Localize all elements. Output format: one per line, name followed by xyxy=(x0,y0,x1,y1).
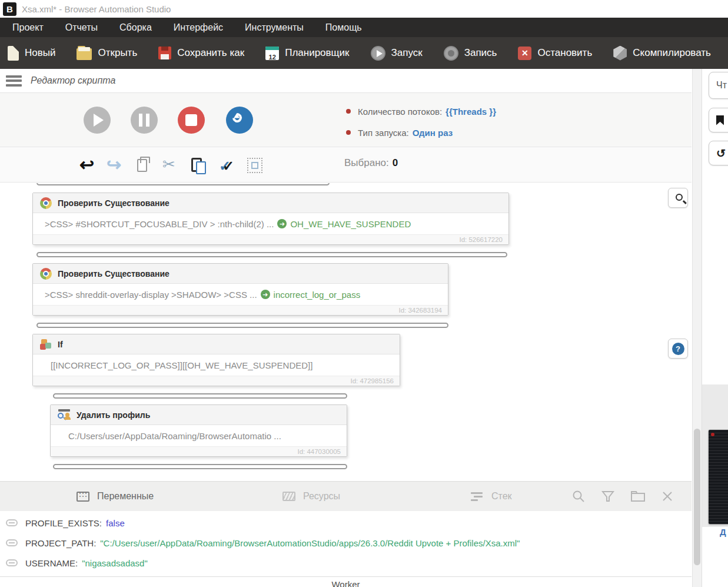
copy-icon[interactable] xyxy=(137,159,147,172)
link-icon xyxy=(6,539,18,546)
menu-interface[interactable]: Интерфейс xyxy=(174,22,223,33)
hamburger-menu-icon[interactable] xyxy=(6,75,22,87)
tab-stack[interactable]: Стек xyxy=(471,482,512,511)
result-arrow-icon: ➜ xyxy=(277,219,287,228)
toolbar-record-label: Запись xyxy=(464,47,497,59)
selected-label: Выбрано: xyxy=(344,157,389,168)
toolbar-open-button[interactable]: Открыть xyxy=(77,46,137,60)
toolbar-run-button[interactable]: Запуск xyxy=(371,46,423,61)
toolbar-new-button[interactable]: Новый xyxy=(8,46,55,61)
toolbar-compile-button[interactable]: Скомпилировать xyxy=(613,46,711,61)
new-file-icon xyxy=(8,46,19,61)
variable-value: "C:/Users/user/AppData/Roaming/BrowserAu… xyxy=(100,538,520,548)
block-connector xyxy=(36,252,507,257)
vertical-scrollbar[interactable] xyxy=(692,69,702,587)
toolbar-open-label: Открыть xyxy=(98,47,137,59)
edit-toolbar: ↩ ↪ ✂ ✓✓ Выбрано:0 xyxy=(0,147,692,183)
toolbar-save-as-button[interactable]: Сохранить как xyxy=(158,47,244,59)
run-type-value[interactable]: Один раз xyxy=(413,128,453,138)
variable-row-profile-exists: PROFILE_EXISTS: false xyxy=(0,513,692,532)
compile-cube-icon xyxy=(613,46,627,61)
block-id: Id: 526617220 xyxy=(33,234,508,244)
scrollbar-thumb[interactable] xyxy=(694,429,700,565)
variable-row-username: USERNAME: "nigasadsadasd" xyxy=(0,553,692,572)
menu-tools[interactable]: Инструменты xyxy=(245,22,304,33)
block-body: >CSS> #SHORTCUT_FOCUSABLE_DIV > :nth-chi… xyxy=(33,213,508,234)
side-button-history[interactable]: ↺ xyxy=(709,141,728,165)
canvas-search-button[interactable] xyxy=(668,188,688,208)
block-id: Id: 447030005 xyxy=(51,446,347,456)
redo-icon[interactable]: ↪ xyxy=(107,156,121,174)
variable-name: PROFILE_EXISTS: xyxy=(25,518,102,528)
delete-profile-icon xyxy=(58,409,71,421)
bullet-icon xyxy=(346,130,351,135)
console-minimap-thumbnail[interactable] xyxy=(709,430,728,524)
block-selector-text: >CSS> #SHORTCUT_FOCUSABLE_DIV > :nth-chi… xyxy=(45,219,274,229)
menu-help[interactable]: Помощь xyxy=(325,22,362,33)
tab-variables[interactable]: Переменные xyxy=(77,482,154,511)
block-body: C:/Users/user/AppData/Roaming/BrowserAut… xyxy=(51,425,347,446)
select-all-check-icon[interactable]: ✓✓ xyxy=(219,158,226,174)
title-bar: B Xsa.xml* - Browser Automation Studio xyxy=(0,0,728,18)
close-icon[interactable] xyxy=(661,490,674,503)
toolbar-stop-button[interactable]: ✕ Остановить xyxy=(518,47,592,60)
menu-build[interactable]: Сборка xyxy=(119,22,152,33)
action-block-check-exists-2[interactable]: Проверить Существование >CSS> shreddit-o… xyxy=(32,263,448,316)
variable-row-project-path: PROJECT_PATH: "C:/Users/user/AppData/Roa… xyxy=(0,533,692,552)
action-block-check-exists-1[interactable]: Проверить Существование >CSS> #SHORTCUT_… xyxy=(32,193,509,245)
editor-title: Редактор скрипта xyxy=(31,75,115,86)
action-block-if[interactable]: If [[INCORRECT_LOG_OR_PASS]][[OH_WE_HAVE… xyxy=(32,334,400,386)
undo-icon[interactable]: ↩ xyxy=(79,156,94,174)
script-canvas[interactable]: Проверить Существование >CSS> #SHORTCUT_… xyxy=(0,183,692,481)
block-header: Проверить Существование xyxy=(33,193,508,213)
folder-icon[interactable] xyxy=(630,490,646,503)
menu-reports[interactable]: Отчеты xyxy=(65,22,98,33)
scheduler-calendar-icon: 12 xyxy=(265,47,279,60)
result-arrow-icon: ➜ xyxy=(261,290,270,299)
threads-label: Количество потоков: xyxy=(358,107,442,117)
restart-icon xyxy=(231,111,244,125)
run-control-panel: Количество потоков: {{Threads }} Тип зап… xyxy=(0,93,692,147)
tab-resources[interactable]: Ресурсы xyxy=(282,482,340,511)
history-icon: ↺ xyxy=(716,147,726,160)
filter-icon[interactable] xyxy=(601,489,615,503)
play-button[interactable] xyxy=(84,107,111,134)
block-title: Проверить Существование xyxy=(58,269,169,278)
open-folder-icon xyxy=(77,48,92,60)
stack-icon xyxy=(471,492,484,501)
tab-resources-label: Ресурсы xyxy=(303,491,340,502)
toolbar-stop-label: Остановить xyxy=(537,47,592,59)
side-button-bookmark[interactable] xyxy=(709,108,728,132)
block-connector xyxy=(36,323,448,328)
tab-stack-label: Стек xyxy=(491,491,512,502)
variable-name: USERNAME: xyxy=(25,558,78,568)
restart-button[interactable] xyxy=(226,107,253,134)
chrome-icon xyxy=(40,197,52,209)
pause-button[interactable] xyxy=(131,107,158,134)
search-icon[interactable] xyxy=(571,489,586,503)
run-icon xyxy=(371,46,385,61)
run-type-info-row: Тип запуска: Один раз xyxy=(346,122,496,143)
block-connector xyxy=(53,393,347,399)
cut-scissors-icon[interactable]: ✂ xyxy=(162,155,175,174)
toolbar-scheduler-button[interactable]: 12 Планировщик xyxy=(265,47,349,60)
side-button-text[interactable]: Чт xyxy=(709,72,728,99)
block-title: If xyxy=(58,340,63,349)
block-id: Id: 342683194 xyxy=(33,305,448,315)
if-puzzle-icon xyxy=(40,339,52,350)
side-link[interactable]: Д xyxy=(720,527,726,537)
selected-count-value: 0 xyxy=(393,157,398,168)
app-logo-icon: B xyxy=(3,2,16,16)
threads-value[interactable]: {{Threads }} xyxy=(446,107,496,117)
selection-box-icon[interactable] xyxy=(247,158,262,173)
stop-script-button[interactable] xyxy=(178,107,205,134)
paste-icon[interactable] xyxy=(191,158,202,172)
bullet-icon xyxy=(346,109,351,114)
block-connector xyxy=(53,464,347,469)
canvas-help-button[interactable]: ? xyxy=(668,339,688,359)
help-icon: ? xyxy=(672,343,684,355)
action-block-delete-profile[interactable]: Удалить профиль C:/Users/user/AppData/Ro… xyxy=(50,404,347,457)
menu-project[interactable]: Проект xyxy=(12,22,44,33)
block-body: [[INCORRECT_LOG_OR_PASS]][[OH_WE_HAVE_SU… xyxy=(33,354,400,376)
toolbar-record-button[interactable]: Запись xyxy=(444,46,497,61)
